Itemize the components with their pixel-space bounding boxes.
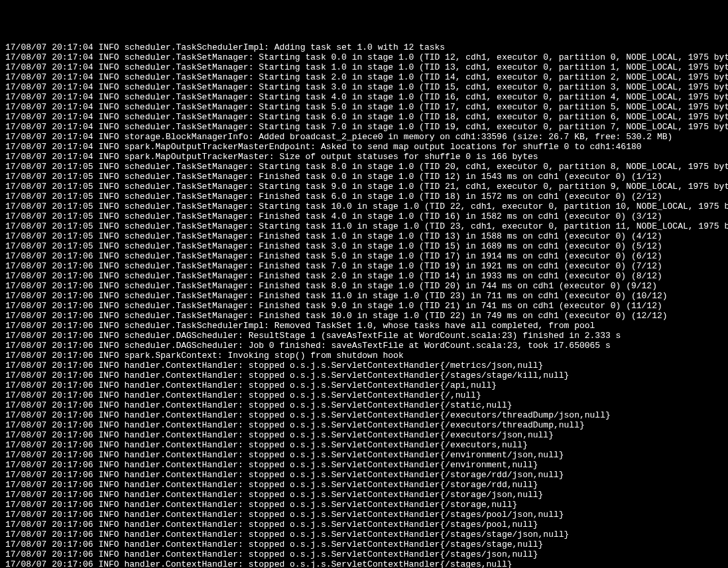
- log-line: 17/08/07 20:17:06 INFO scheduler.TaskSet…: [5, 261, 723, 271]
- log-line: 17/08/07 20:17:06 INFO handler.ContextHa…: [5, 540, 723, 549]
- log-line: 17/08/07 20:17:06 INFO handler.ContextHa…: [5, 440, 723, 450]
- log-line: 17/08/07 20:17:04 INFO scheduler.TaskSet…: [5, 102, 723, 112]
- log-line: 17/08/07 20:17:06 INFO handler.ContextHa…: [5, 460, 723, 470]
- log-line: 17/08/07 20:17:06 INFO handler.ContextHa…: [5, 510, 723, 520]
- log-line: 17/08/07 20:17:06 INFO scheduler.TaskSet…: [5, 251, 723, 261]
- log-line: 17/08/07 20:17:04 INFO spark.MapOutputTr…: [5, 142, 723, 152]
- log-line: 17/08/07 20:17:06 INFO handler.ContextHa…: [5, 450, 723, 460]
- log-line: 17/08/07 20:17:04 INFO scheduler.TaskSet…: [5, 52, 723, 62]
- log-line: 17/08/07 20:17:04 INFO scheduler.TaskSet…: [5, 62, 723, 72]
- log-line: 17/08/07 20:17:06 INFO scheduler.TaskSet…: [5, 271, 723, 281]
- log-line: 17/08/07 20:17:06 INFO handler.ContextHa…: [5, 490, 723, 500]
- log-line: 17/08/07 20:17:06 INFO scheduler.DAGSche…: [5, 341, 723, 351]
- log-line: 17/08/07 20:17:05 INFO scheduler.TaskSet…: [5, 192, 723, 201]
- log-line: 17/08/07 20:17:06 INFO scheduler.DAGSche…: [5, 331, 723, 341]
- log-line: 17/08/07 20:17:04 INFO scheduler.TaskSet…: [5, 82, 723, 92]
- log-line: 17/08/07 20:17:05 INFO scheduler.TaskSet…: [5, 172, 723, 182]
- log-line: 17/08/07 20:17:04 INFO scheduler.TaskSet…: [5, 72, 723, 82]
- log-line: 17/08/07 20:17:06 INFO handler.ContextHa…: [5, 430, 723, 440]
- log-line: 17/08/07 20:17:06 INFO scheduler.TaskSet…: [5, 311, 723, 321]
- log-line: 17/08/07 20:17:06 INFO handler.ContextHa…: [5, 549, 723, 559]
- log-line: 17/08/07 20:17:06 INFO handler.ContextHa…: [5, 380, 723, 390]
- log-line: 17/08/07 20:17:05 INFO scheduler.TaskSet…: [5, 162, 723, 172]
- log-line: 17/08/07 20:17:05 INFO scheduler.TaskSet…: [5, 182, 723, 192]
- log-line: 17/08/07 20:17:06 INFO handler.ContextHa…: [5, 370, 723, 380]
- log-line: 17/08/07 20:17:06 INFO scheduler.TaskSet…: [5, 291, 723, 301]
- log-line: 17/08/07 20:17:06 INFO handler.ContextHa…: [5, 361, 723, 370]
- log-line: 17/08/07 20:17:06 INFO handler.ContextHa…: [5, 400, 723, 410]
- log-line: 17/08/07 20:17:05 INFO scheduler.TaskSet…: [5, 241, 723, 251]
- log-line: 17/08/07 20:17:05 INFO scheduler.TaskSet…: [5, 231, 723, 241]
- log-line: 17/08/07 20:17:06 INFO handler.ContextHa…: [5, 470, 723, 480]
- log-line: 17/08/07 20:17:04 INFO scheduler.TaskSch…: [5, 42, 723, 52]
- log-line: 17/08/07 20:17:05 INFO scheduler.TaskSet…: [5, 201, 723, 211]
- log-line: 17/08/07 20:17:06 INFO spark.SparkContex…: [5, 351, 723, 361]
- log-line: 17/08/07 20:17:04 INFO scheduler.TaskSet…: [5, 92, 723, 102]
- log-line: 17/08/07 20:17:04 INFO scheduler.TaskSet…: [5, 112, 723, 122]
- log-line: 17/08/07 20:17:05 INFO scheduler.TaskSet…: [5, 221, 723, 231]
- log-line: 17/08/07 20:17:04 INFO scheduler.TaskSet…: [5, 122, 723, 132]
- log-line: 17/08/07 20:17:04 INFO spark.MapOutputTr…: [5, 152, 723, 162]
- log-line: 17/08/07 20:17:06 INFO scheduler.TaskSet…: [5, 281, 723, 291]
- log-line: 17/08/07 20:17:06 INFO handler.ContextHa…: [5, 520, 723, 530]
- log-line: 17/08/07 20:17:04 INFO storage.BlockMana…: [5, 132, 723, 142]
- log-line: 17/08/07 20:17:06 INFO handler.ContextHa…: [5, 559, 723, 568]
- log-line: 17/08/07 20:17:06 INFO scheduler.TaskSet…: [5, 301, 723, 311]
- log-line: 17/08/07 20:17:06 INFO handler.ContextHa…: [5, 480, 723, 490]
- log-line: 17/08/07 20:17:06 INFO handler.ContextHa…: [5, 530, 723, 540]
- log-line: 17/08/07 20:17:06 INFO handler.ContextHa…: [5, 390, 723, 400]
- log-line: 17/08/07 20:17:06 INFO scheduler.TaskSch…: [5, 321, 723, 331]
- log-line: 17/08/07 20:17:06 INFO handler.ContextHa…: [5, 410, 723, 420]
- terminal-log-output: 17/08/07 20:17:04 INFO scheduler.TaskSch…: [5, 42, 723, 568]
- log-line: 17/08/07 20:17:06 INFO handler.ContextHa…: [5, 500, 723, 510]
- log-line: 17/08/07 20:17:06 INFO handler.ContextHa…: [5, 420, 723, 430]
- log-line: 17/08/07 20:17:05 INFO scheduler.TaskSet…: [5, 211, 723, 221]
